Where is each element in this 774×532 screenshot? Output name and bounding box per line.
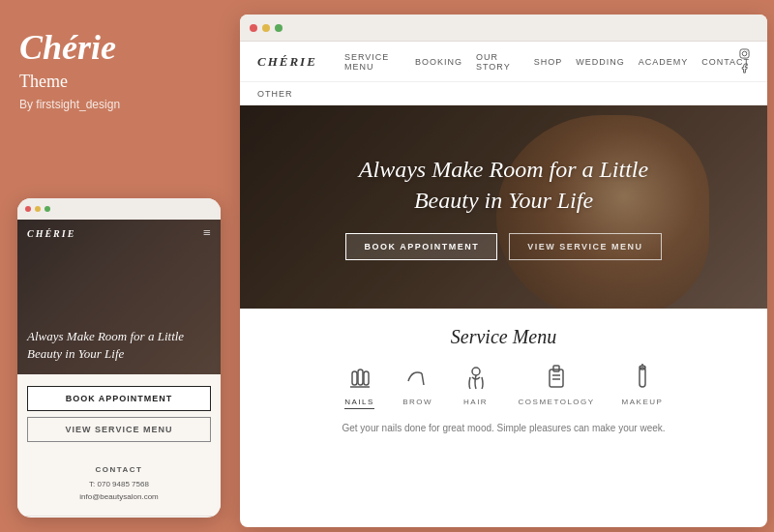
svg-rect-3: [352, 371, 357, 385]
service-label-brow: BROW: [402, 398, 432, 406]
instagram-icon[interactable]: [739, 48, 750, 61]
theme-author: By firstsight_design: [19, 98, 213, 111]
browser-dot-yellow: [262, 24, 270, 32]
service-menu-title: Service Menu: [259, 326, 748, 348]
hero-section: Always Make Room for a Little Beauty in …: [240, 105, 767, 309]
mobile-body: BOOK APPOINTMENT VIEW SERVICE MENU: [17, 374, 221, 454]
nav-link-service-menu[interactable]: SERVICE MENU: [344, 52, 402, 72]
hero-book-appointment-button[interactable]: BOOK APPOINTMENT: [345, 233, 497, 260]
browser-dot-red: [250, 24, 257, 32]
service-item-cosmetology[interactable]: COSMETOLOGY: [519, 362, 595, 409]
mobile-hero-text: Always Make Room for a Little Beauty in …: [17, 328, 221, 363]
mobile-logo: CHÉRIE: [27, 228, 75, 239]
mobile-contact-phone: T: 070 9485 7568: [27, 479, 211, 491]
mobile-nav: CHÉRIE ≡: [17, 220, 221, 247]
mobile-hours-title: HOURS: [17, 516, 221, 517]
hero-buttons: BOOK APPOINTMENT VIEW SERVICE MENU: [345, 233, 661, 260]
browser-window: CHÉRIE SERVICE MENU BOOKING OUR STORY SH…: [240, 15, 767, 527]
site-nav: CHÉRIE SERVICE MENU BOOKING OUR STORY SH…: [240, 42, 767, 82]
service-item-hair[interactable]: HAIR: [461, 362, 491, 409]
service-item-nails[interactable]: NAILS: [344, 362, 375, 409]
service-description: Get your nails done for great mood. Simp…: [259, 421, 748, 445]
mobile-contact-title: CONTACT: [27, 465, 211, 474]
browser-top-bar: [240, 15, 767, 42]
mobile-book-appointment-button[interactable]: BOOK APPOINTMENT: [27, 386, 211, 411]
nav-link-our-story[interactable]: OUR STORY: [476, 52, 521, 72]
theme-subtitle: Theme: [19, 72, 213, 92]
left-panel: Chérie Theme By firstsight_design CHÉRIE…: [0, 0, 232, 532]
site-nav-links: SERVICE MENU BOOKING OUR STORY SHOP WEDD…: [344, 52, 750, 72]
svg-rect-5: [364, 371, 369, 385]
mobile-preview: CHÉRIE ≡ Always Make Room for a Little B…: [17, 198, 221, 517]
site-logo: CHÉRIE: [257, 54, 317, 70]
facebook-icon[interactable]: [739, 63, 750, 75]
service-item-brow[interactable]: BROW: [402, 362, 433, 409]
hero-view-service-menu-button[interactable]: VIEW SERVICE MENU: [509, 233, 661, 260]
hero-heading-line1: Always Make Room for a Little: [359, 157, 648, 182]
svg-line-7: [422, 373, 424, 385]
mobile-dot-yellow: [35, 206, 41, 212]
mobile-menu-icon[interactable]: ≡: [203, 225, 211, 241]
hero-heading-line2: Beauty in Your Life: [414, 188, 593, 213]
service-label-cosmetology: COSMETOLOGY: [519, 398, 595, 406]
nav-link-shop[interactable]: SHOP: [534, 57, 563, 67]
service-item-makeup[interactable]: MAKEUP: [622, 362, 664, 409]
mobile-view-service-menu-button[interactable]: VIEW SERVICE MENU: [27, 417, 211, 442]
svg-point-1: [742, 51, 747, 56]
theme-title: Chérie: [19, 29, 213, 68]
svg-point-8: [472, 368, 480, 375]
mobile-top-bar: [17, 198, 221, 220]
service-label-hair: HAIR: [463, 398, 488, 406]
site-nav-right: [739, 48, 750, 75]
hero-heading: Always Make Room for a Little Beauty in …: [345, 154, 661, 217]
nav-link-booking[interactable]: BOOKING: [415, 57, 462, 67]
svg-rect-0: [740, 48, 749, 57]
svg-point-2: [747, 50, 748, 51]
svg-rect-13: [640, 368, 645, 387]
service-label-nails: NAILS: [344, 398, 374, 409]
service-section: Service Menu NAILS BROW: [240, 309, 767, 445]
hero-content: Always Make Room for a Little Beauty in …: [345, 154, 661, 261]
svg-rect-4: [358, 369, 363, 385]
mobile-dot-red: [25, 206, 31, 212]
mobile-dot-green: [45, 206, 50, 212]
mobile-hero: CHÉRIE ≡ Always Make Room for a Little B…: [17, 220, 221, 374]
service-label-makeup: MAKEUP: [622, 398, 664, 406]
nav-link-academy[interactable]: ACADEMY: [639, 57, 689, 67]
service-icons-row: NAILS BROW HAIR: [259, 362, 748, 409]
mobile-hero-heading: Always Make Room for a Little Beauty in …: [27, 328, 211, 363]
svg-rect-12: [553, 366, 559, 371]
nav-link-other[interactable]: OTHER: [257, 89, 293, 99]
mobile-contact-section: CONTACT T: 070 9485 7568 info@beautysalo…: [17, 454, 221, 516]
browser-dot-green: [275, 24, 283, 32]
nav-link-wedding[interactable]: WEDDING: [576, 57, 625, 67]
mobile-contact-email: info@beautysalon.com: [27, 491, 211, 504]
nav-row2: OTHER: [240, 82, 767, 105]
